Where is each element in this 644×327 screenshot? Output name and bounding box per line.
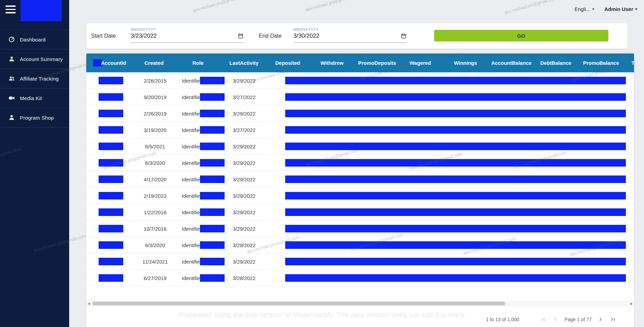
redacted-accountid: [99, 274, 123, 282]
col-debtbalance[interactable]: DebtBalance: [540, 53, 571, 72]
col-wagered[interactable]: Wagered: [409, 53, 431, 72]
sidebar-nav: Dashboard Account Summary Affiliate Trac…: [0, 29, 69, 128]
cell-created: 3/19/2020: [133, 122, 177, 138]
cell-last-activity: 3/29/2022: [222, 105, 266, 122]
cell-role: Identified: [182, 138, 203, 155]
language-label: Engli...: [574, 6, 590, 12]
cell-created: 6/3/2020: [133, 155, 177, 171]
go-button[interactable]: GO: [434, 30, 608, 41]
table-row: 6/3/2020 Identified 3/29/2022: [86, 237, 634, 253]
cell-last-activity: 3/29/2022: [222, 155, 266, 171]
videocam-icon: [8, 95, 15, 101]
col-promobalance[interactable]: PromoBalance: [583, 53, 619, 72]
date-format-caption: MM/DD/YYYY: [131, 26, 244, 32]
redacted-role: [200, 126, 225, 134]
redacted-accountid: [99, 126, 123, 134]
cell-created: 1/22/2016: [133, 204, 177, 220]
cell-last-activity: 3/29/2022: [222, 138, 266, 155]
first-page-icon: [540, 316, 547, 323]
table-row: 10/7/2016 Identified 3/29/2022: [86, 220, 634, 237]
horizontal-scrollbar[interactable]: ◄ ►: [86, 301, 634, 306]
redacted-values: [285, 126, 626, 134]
redacted-role: [200, 192, 225, 199]
person-icon: [8, 114, 15, 121]
cell-created: 6/27/2019: [133, 270, 177, 286]
end-date-value[interactable]: 3/30/2022: [293, 33, 319, 39]
sidebar-item-program-shop[interactable]: Program Shop: [0, 108, 69, 128]
scroll-right-icon[interactable]: ►: [629, 301, 634, 306]
col-accountbalance[interactable]: AccountBalance: [491, 53, 532, 72]
pagination-controls: Page 1 of 77: [540, 316, 616, 323]
calendar-icon[interactable]: [238, 33, 244, 39]
screen: Dashboard Account Summary Affiliate Trac…: [0, 0, 644, 327]
redacted-role: [200, 274, 225, 282]
cell-created: 6/5/2021: [133, 138, 177, 155]
user-dropdown[interactable]: Admin User ▾: [604, 6, 637, 12]
table-row: 6/3/2020 Identified 3/29/2022: [86, 155, 634, 171]
cell-last-activity: 3/27/2022: [222, 89, 266, 105]
chevron-left-icon: [552, 316, 559, 323]
cell-role: Identified: [182, 187, 203, 204]
sidebar-item-label: Media Kit: [20, 95, 42, 101]
app-logo[interactable]: [21, 0, 62, 21]
calendar-icon[interactable]: [401, 33, 407, 39]
group-icon: [8, 75, 15, 82]
redacted-role: [200, 93, 225, 101]
cell-created: 2/19/2022: [133, 187, 177, 204]
sidebar-item-affiliate-tracking[interactable]: Affiliate Tracking: [0, 69, 69, 88]
redacted-accountid: [99, 77, 123, 84]
cell-created: 4/17/2020: [133, 171, 177, 187]
col-accountid[interactable]: AccountId: [101, 53, 126, 72]
accounts-table: AccountId Created Role LastActivity Depo…: [86, 53, 634, 327]
end-date-input[interactable]: MM/DD/YYYY 3/30/2022: [293, 26, 407, 43]
sidebar-item-media-kit[interactable]: Media Kit: [0, 88, 69, 108]
redacted-accountid: [99, 192, 123, 199]
cell-created: 10/7/2016: [133, 220, 177, 237]
redacted-role: [200, 258, 225, 265]
cell-created: 11/24/2021: [133, 253, 177, 270]
col-created[interactable]: Created: [144, 53, 164, 72]
table-row: 11/24/2021 Identified 3/29/2022: [86, 253, 634, 270]
previous-page-button[interactable]: [552, 316, 559, 323]
sidebar-item-dashboard[interactable]: Dashboard: [0, 30, 69, 49]
cell-role: Identified: [182, 204, 203, 220]
redacted-accountid: [99, 110, 123, 117]
menu-icon[interactable]: [5, 5, 16, 14]
cell-role: Identified: [182, 253, 203, 270]
col-withdrew[interactable]: Withdrew: [320, 53, 343, 72]
redacted-values: [285, 143, 626, 150]
table-row: 2/26/2019 Identified 3/29/2022: [86, 105, 634, 122]
col-deposited[interactable]: Deposited: [275, 53, 300, 72]
col-role[interactable]: Role: [192, 53, 204, 72]
redacted-values: [285, 77, 626, 84]
start-date-value[interactable]: 3/23/2022: [131, 33, 157, 39]
redacted-values: [285, 258, 626, 265]
last-page-button[interactable]: [609, 316, 616, 323]
sidebar: Dashboard Account Summary Affiliate Trac…: [0, 0, 69, 327]
col-promodeposits[interactable]: PromoDeposits: [358, 53, 396, 72]
redacted-role: [200, 241, 225, 249]
cell-role: Identified: [182, 171, 203, 187]
col-truncated[interactable]: T: [631, 53, 634, 72]
scroll-left-icon[interactable]: ◄: [86, 301, 92, 306]
cell-created: 6/3/2020: [133, 237, 177, 253]
first-page-button[interactable]: [540, 316, 547, 323]
person-icon: [8, 56, 15, 62]
start-date-input[interactable]: MM/DD/YYYY 3/23/2022: [131, 26, 244, 43]
dashboard-icon: [8, 36, 15, 43]
table-body: 2/26/2015 Identified 3/29/2022 9/20/2019…: [86, 72, 634, 286]
next-page-button[interactable]: [597, 316, 604, 323]
redacted-accountid: [99, 143, 123, 150]
redacted-role: [200, 110, 225, 117]
col-lastactivity[interactable]: LastActivity: [229, 53, 258, 72]
col-winnings[interactable]: Winnings: [454, 53, 477, 72]
cell-role: Identified: [182, 270, 203, 286]
redacted-values: [285, 110, 626, 117]
redacted-accountid: [99, 225, 123, 232]
sidebar-item-account-summary[interactable]: Account Summary: [0, 49, 69, 69]
redacted-accountid: [99, 258, 123, 265]
chevron-down-icon: ▾: [592, 7, 594, 11]
scrollbar-thumb[interactable]: [92, 302, 505, 305]
date-format-caption: MM/DD/YYYY: [293, 26, 407, 32]
language-dropdown[interactable]: Engli... ▾: [574, 6, 594, 12]
